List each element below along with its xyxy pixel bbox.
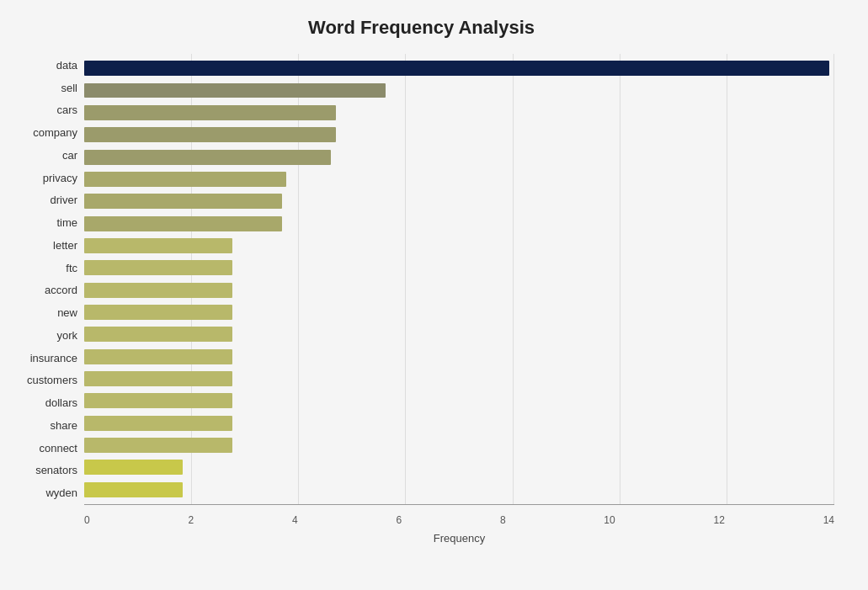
bar-time xyxy=(84,216,282,231)
chart-title: Word Frequency Analysis xyxy=(8,17,834,39)
y-label-dollars: dollars xyxy=(8,397,77,408)
x-axis-labels: 02468101214 xyxy=(84,514,834,526)
y-label-york: york xyxy=(8,330,77,341)
y-label-share: share xyxy=(8,420,77,431)
bar-row-data xyxy=(84,57,834,79)
bar-row-sell xyxy=(84,79,834,101)
y-label-insurance: insurance xyxy=(8,353,77,364)
bar-row-cars xyxy=(84,102,834,124)
bar-row-car xyxy=(84,146,834,167)
bar-driver xyxy=(84,194,282,209)
x-axis-title: Frequency xyxy=(84,532,834,545)
bar-connect xyxy=(84,438,232,453)
bars-region xyxy=(84,54,834,504)
x-tick-10: 10 xyxy=(604,514,615,526)
bar-row-company xyxy=(84,124,834,146)
x-tick-8: 8 xyxy=(500,514,506,526)
y-label-company: company xyxy=(8,127,77,138)
bar-row-dollars xyxy=(84,390,834,412)
y-label-cars: cars xyxy=(8,104,77,115)
bar-senators xyxy=(84,460,183,475)
bar-data xyxy=(84,61,829,76)
bar-dollars xyxy=(84,393,232,408)
bar-company xyxy=(84,127,336,142)
chart-area: datasellcarscompanycarprivacydrivertimel… xyxy=(8,54,834,526)
x-axis: 02468101214 Frequency xyxy=(84,504,834,526)
bar-new xyxy=(84,305,232,320)
y-label-letter: letter xyxy=(8,240,77,251)
bar-letter xyxy=(84,238,232,253)
bar-row-ftc xyxy=(84,257,834,279)
bar-wyden xyxy=(84,482,183,497)
y-axis-labels: datasellcarscompanycarprivacydrivertimel… xyxy=(8,54,84,526)
y-label-customers: customers xyxy=(8,375,77,385)
bar-privacy xyxy=(84,172,286,187)
bar-share xyxy=(84,416,232,431)
bar-row-accord xyxy=(84,279,834,300)
bar-row-driver xyxy=(84,190,834,212)
y-label-connect: connect xyxy=(8,443,77,454)
bar-ftc xyxy=(84,260,232,275)
bar-row-insurance xyxy=(84,345,834,367)
y-label-ftc: ftc xyxy=(8,263,77,274)
y-label-car: car xyxy=(8,150,77,161)
bar-accord xyxy=(84,283,232,298)
bar-row-connect xyxy=(84,434,834,456)
x-tick-0: 0 xyxy=(84,514,90,526)
bar-york xyxy=(84,327,232,342)
bar-cars xyxy=(84,105,336,120)
y-label-senators: senators xyxy=(8,465,77,476)
bar-row-time xyxy=(84,212,834,234)
bar-row-wyden xyxy=(84,479,834,501)
y-label-new: new xyxy=(8,307,77,318)
bar-row-york xyxy=(84,323,834,345)
x-tick-6: 6 xyxy=(396,514,402,526)
x-tick-12: 12 xyxy=(713,514,724,526)
y-label-privacy: privacy xyxy=(8,173,77,183)
bar-row-letter xyxy=(84,235,834,257)
bars-wrapper xyxy=(84,54,834,504)
bar-customers xyxy=(84,371,232,386)
bar-sell xyxy=(84,83,386,98)
y-label-time: time xyxy=(8,217,77,228)
chart-container: Word Frequency Analysis datasellcarscomp… xyxy=(0,0,868,590)
y-label-sell: sell xyxy=(8,82,77,93)
y-label-driver: driver xyxy=(8,194,77,205)
bar-row-share xyxy=(84,412,834,434)
bar-car xyxy=(84,150,331,165)
bars-and-xaxis: 02468101214 Frequency xyxy=(84,54,834,526)
x-tick-14: 14 xyxy=(823,514,834,526)
bar-row-new xyxy=(84,301,834,323)
bar-row-customers xyxy=(84,368,834,390)
bar-row-senators xyxy=(84,456,834,478)
y-label-accord: accord xyxy=(8,284,77,295)
bar-insurance xyxy=(84,349,232,364)
bar-row-privacy xyxy=(84,168,834,190)
x-tick-4: 4 xyxy=(292,514,298,526)
y-label-data: data xyxy=(8,60,77,71)
y-label-wyden: wyden xyxy=(8,487,77,498)
x-tick-2: 2 xyxy=(188,514,194,526)
